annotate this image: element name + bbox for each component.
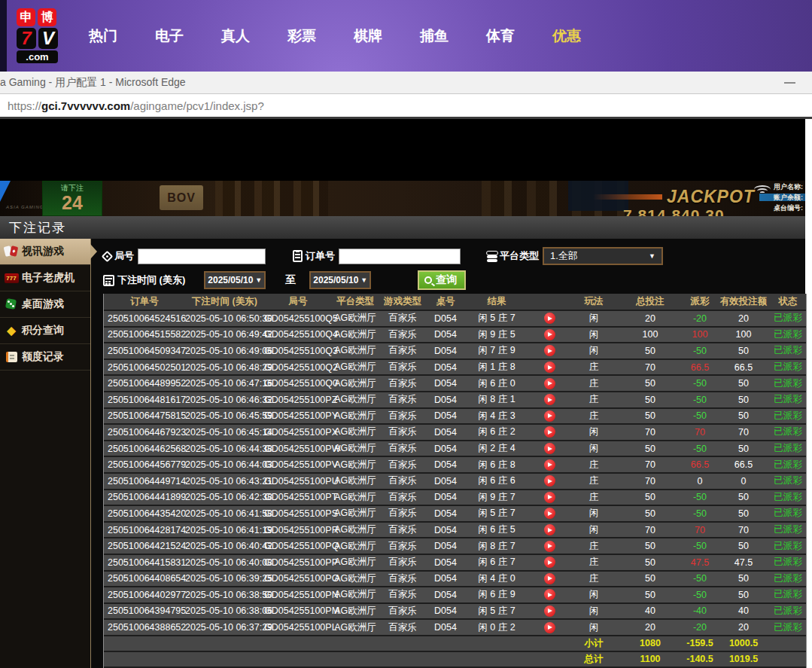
table-row: 2505100644158312025-05-10 06:40:08GD0542…: [104, 555, 806, 572]
cell-total: 100: [618, 329, 683, 340]
cell-order: 250510064402977: [104, 590, 185, 600]
replay-play-icon[interactable]: [544, 475, 555, 487]
round-tag-icon: [102, 250, 114, 262]
nav-item-热门[interactable]: 热门: [70, 26, 136, 46]
minimize-icon[interactable]: [784, 82, 795, 84]
cell-order: 250510064394795: [104, 605, 185, 616]
cell-game: 百家乐: [379, 572, 427, 585]
nav-item-棋牌[interactable]: 棋牌: [335, 26, 401, 46]
cell-time: 2025-05-10 06:40:42: [185, 541, 264, 551]
cell-payout: 100: [683, 329, 717, 340]
cell-platform: AG欧洲厅: [332, 605, 379, 618]
nav-item-真人[interactable]: 真人: [202, 26, 269, 46]
play-cell: [529, 313, 570, 324]
to-label: 至: [285, 273, 296, 287]
column-header: 派彩: [683, 295, 717, 308]
cell-valid: 20: [717, 622, 770, 633]
cell-platform: AG欧洲厅: [332, 361, 379, 374]
sidebar-item-积分查询[interactable]: 积分查询: [0, 318, 90, 344]
cell-time: 2025-05-10 06:49:42: [185, 329, 264, 340]
replay-play-icon[interactable]: [544, 426, 555, 438]
cell-payout: -50: [683, 573, 717, 584]
cell-payout: -50: [683, 410, 717, 421]
cell-time: 2025-05-10 06:48:29: [185, 362, 264, 373]
replay-play-icon[interactable]: [544, 443, 555, 454]
cell-payout: -50: [683, 492, 717, 502]
cell-game: 百家乐: [379, 507, 427, 520]
cell-order: 250510064428174: [104, 525, 185, 535]
replay-play-icon[interactable]: [544, 492, 555, 503]
cell-result: 闲 4 庄 3: [464, 410, 529, 422]
address-url[interactable]: https://gci.7vvvvvv.com/agingame/pcv1/in…: [8, 99, 264, 112]
play-cell: [529, 378, 570, 389]
sidebar-item-额度记录[interactable]: 额度记录: [0, 344, 90, 371]
browser-urlbar[interactable]: https://gci.7vvvvvv.com/agingame/pcv1/in…: [0, 94, 812, 119]
replay-play-icon[interactable]: [544, 541, 555, 552]
date-from-picker[interactable]: 2025/05/10 ▼: [204, 271, 266, 289]
table-row: 2505100644625682025-05-10 06:44:38GD0542…: [104, 441, 806, 458]
cell-platform: AG欧洲厅: [332, 621, 379, 634]
cell-valid: 70: [717, 525, 770, 535]
cell-round: GD054255100PN: [264, 590, 332, 600]
replay-play-icon[interactable]: [544, 345, 555, 356]
replay-play-icon[interactable]: [544, 589, 555, 600]
replay-play-icon[interactable]: [544, 313, 555, 324]
cell-tableno: D054: [427, 427, 464, 438]
date-to-picker[interactable]: 2025/05/10 ▼: [309, 271, 371, 289]
column-header: 状态: [770, 295, 806, 308]
replay-play-icon[interactable]: [544, 605, 555, 617]
sidebar-item-桌面游戏[interactable]: 桌面游戏: [0, 291, 90, 318]
play-cell: [529, 345, 570, 356]
nav-item-体育[interactable]: 体育: [467, 26, 534, 46]
cell-game: 百家乐: [379, 312, 427, 325]
nav-item-电子[interactable]: 电子: [136, 26, 202, 46]
table-row: 2505100644679232025-05-10 06:45:14GD0542…: [104, 425, 806, 441]
replay-play-icon[interactable]: [544, 573, 555, 584]
cell-platform: AG欧洲厅: [332, 312, 379, 325]
cell-bet-on: 闲: [570, 621, 618, 634]
sidebar-item-视讯游戏[interactable]: 视讯游戏: [0, 239, 90, 265]
replay-play-icon[interactable]: [544, 329, 555, 340]
platform-select[interactable]: 1.全部 ▼: [543, 247, 663, 265]
round-input[interactable]: [138, 249, 266, 264]
cell-game: 百家乐: [379, 344, 427, 357]
cell-round: GD054255100Q5: [264, 313, 332, 324]
quota-record-icon: [4, 350, 19, 364]
cell-round: GD054255100Q3: [264, 346, 332, 356]
table-row: 2505100644215242025-05-10 06:40:42GD0542…: [104, 538, 806, 555]
cell-game: 百家乐: [379, 442, 427, 455]
replay-play-icon[interactable]: [544, 524, 555, 535]
nav-item-彩票[interactable]: 彩票: [269, 26, 335, 46]
cell-game: 百家乐: [379, 605, 427, 618]
order-input[interactable]: [339, 249, 461, 264]
sidebar-item-电子老虎机[interactable]: 电子老虎机: [0, 265, 90, 291]
cell-game: 百家乐: [379, 410, 427, 422]
search-button[interactable]: 查询: [418, 270, 466, 290]
replay-play-icon[interactable]: [544, 410, 555, 422]
cell-tableno: D054: [427, 346, 464, 356]
replay-play-icon[interactable]: [544, 378, 555, 389]
cell-result: 闲 8 庄 1: [464, 393, 529, 406]
nav-item-捕鱼[interactable]: 捕鱼: [401, 26, 467, 46]
cell-result: 闲 6 庄 0: [464, 377, 529, 390]
nav-item-优惠[interactable]: 优惠: [534, 26, 600, 46]
logo-tile-2: 博: [38, 8, 56, 26]
cell-round: GD054255100PP: [264, 557, 332, 568]
replay-play-icon[interactable]: [544, 557, 555, 568]
replay-play-icon[interactable]: [544, 459, 555, 471]
cell-round: GD054255100PY: [264, 410, 332, 421]
replay-play-icon[interactable]: [544, 622, 555, 633]
cell-order: 250510064467923: [104, 427, 185, 438]
replay-play-icon[interactable]: [544, 361, 555, 373]
site-logo[interactable]: 申 博 7 V .com: [17, 8, 58, 63]
cell-valid: 66.5: [717, 459, 770, 470]
cell-payout: -20: [683, 622, 717, 633]
table-row: 2505100644281742025-05-10 06:41:19GD0542…: [104, 523, 806, 539]
replay-play-icon[interactable]: [544, 394, 555, 405]
replay-play-icon[interactable]: [544, 508, 555, 519]
cell-bet-on: 闲: [570, 344, 618, 357]
cell-order: 250510064475815: [104, 410, 185, 421]
cell-bet-on: 庄: [570, 474, 618, 487]
cell-result: 闲 5 庄 7: [464, 605, 529, 618]
bet-countdown-box: 请下注 24: [42, 181, 102, 216]
